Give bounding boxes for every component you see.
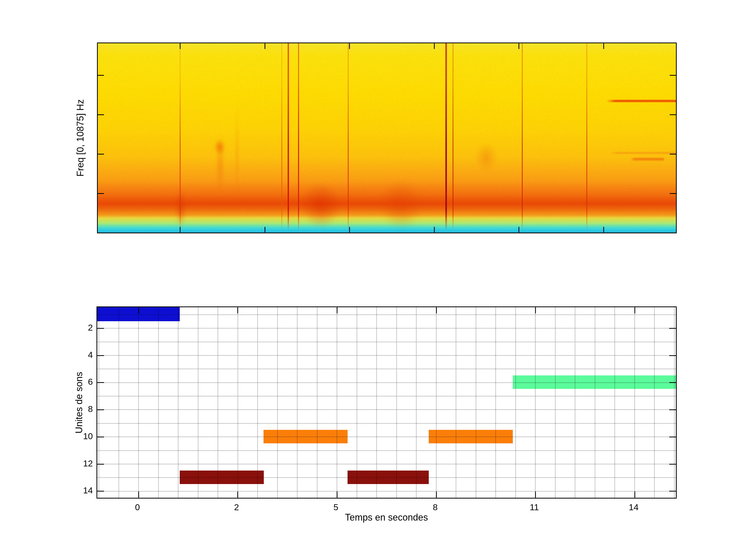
timeline-x-tick-top: [337, 307, 337, 314]
spectrogram-tick-layer: [98, 43, 676, 233]
spectrogram-x-tick-top: [180, 43, 181, 49]
spectrogram-x-tick-top: [349, 43, 350, 49]
timeline-y-tick-right: [669, 436, 676, 437]
timeline-x-tick-label: 8: [425, 502, 446, 512]
spectrogram-plot: [97, 43, 677, 233]
spectrogram-y-tick-right: [670, 75, 676, 76]
spectrogram-x-tick-top: [518, 43, 519, 49]
timeline-y-tick-left: [97, 464, 104, 464]
timeline-y-tick-right: [669, 464, 676, 464]
spectrogram-x-tick-top: [264, 43, 265, 49]
spectrogram-y-tick-right: [670, 114, 676, 115]
timeline-y-tick-right: [669, 491, 676, 491]
timeline-y-tick-label: 2: [64, 322, 93, 332]
timeline-x-tick-label: 5: [326, 502, 346, 512]
timeline-y-tick-left: [97, 436, 104, 437]
timeline-x-tick-top: [436, 307, 437, 314]
timeline-x-tick-label: 14: [623, 502, 644, 512]
timeline-y-tick-label: 14: [64, 485, 93, 496]
timeline-x-tick-bottom: [535, 491, 536, 498]
spectrogram-y-tick-left: [98, 114, 104, 115]
timeline-y-tick-right: [669, 382, 676, 383]
timeline-plot: [97, 306, 677, 499]
timeline-x-tick-label: 0: [127, 502, 148, 512]
timeline-x-tick-top: [237, 307, 238, 314]
spectrogram-x-tick-bottom: [349, 227, 350, 233]
timeline-x-tick-label: 11: [524, 502, 545, 512]
spectrogram-x-tick-bottom: [264, 227, 265, 233]
timeline-x-tick-bottom: [237, 491, 238, 498]
spectrogram-y-tick-right: [670, 193, 676, 194]
timeline-y-tick-right: [669, 328, 676, 329]
spectrogram-x-tick-top: [603, 43, 604, 49]
timeline-x-tick-label: 2: [226, 502, 247, 512]
timeline-x-tick-bottom: [337, 491, 337, 498]
timeline-y-tick-right: [669, 409, 676, 410]
spectrogram-x-tick-top: [434, 43, 435, 49]
timeline-y-tick-left: [97, 491, 104, 491]
timeline-y-tick-left: [97, 409, 104, 410]
timeline-y-tick-right: [669, 355, 676, 356]
spectrogram-y-tick-left: [98, 75, 104, 76]
spectrogram-x-tick-bottom: [603, 227, 604, 233]
timeline-y-axis-label: Unites de sons: [74, 372, 84, 433]
timeline-x-tick-top: [535, 307, 536, 314]
spectrogram-y-tick-right: [670, 154, 676, 155]
timeline-x-tick-top: [635, 307, 635, 314]
timeline-x-tick-bottom: [436, 491, 437, 498]
timeline-y-tick-left: [97, 355, 104, 356]
spectrogram-y-tick-left: [98, 154, 104, 155]
timeline-x-tick-bottom: [635, 491, 635, 498]
timeline-x-axis-label: Temps en secondes: [345, 512, 428, 523]
spectrogram-y-axis-label: Freq [0, 10875] Hz: [75, 99, 86, 177]
spectrogram-x-tick-bottom: [180, 227, 181, 233]
timeline-y-tick-left: [97, 382, 104, 383]
spectrogram-x-tick-bottom: [434, 227, 435, 233]
timeline-y-tick-label: 12: [64, 458, 93, 469]
timeline-tick-layer: [97, 307, 676, 498]
timeline-y-tick-left: [97, 328, 104, 329]
spectrogram-x-tick-bottom: [518, 227, 519, 233]
timeline-x-tick-bottom: [138, 491, 139, 498]
spectrogram-y-tick-left: [98, 193, 104, 194]
timeline-x-tick-top: [138, 307, 139, 314]
timeline-y-tick-label: 4: [64, 349, 93, 360]
